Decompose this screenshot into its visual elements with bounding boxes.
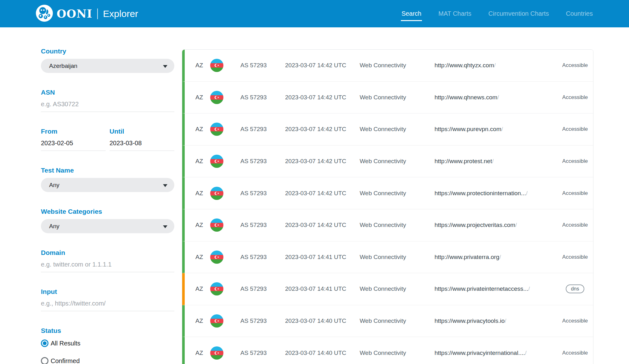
test-name: Web Connectivity bbox=[360, 222, 435, 229]
date-range-filter: From Until bbox=[41, 128, 174, 151]
measured-url: https://www.projectveritas.com/ bbox=[435, 222, 559, 229]
from-date-input[interactable] bbox=[41, 139, 106, 151]
azerbaijan-flag-icon bbox=[210, 123, 240, 136]
azerbaijan-flag-icon bbox=[210, 187, 240, 200]
status-option-confirmed[interactable]: Confirmed bbox=[41, 357, 174, 364]
test-name-filter: Test Name Any bbox=[41, 167, 174, 192]
measured-url: http://www.qhtyzx.com/ bbox=[435, 62, 559, 69]
status-accessible-label: Accessible bbox=[562, 126, 588, 132]
status-option-all-results[interactable]: All Results bbox=[41, 339, 174, 347]
asn-input[interactable] bbox=[41, 100, 174, 112]
measurement-row[interactable]: AZ AS 57293 2023-03-07 14:41 UTC Web Con… bbox=[182, 273, 593, 305]
azerbaijan-flag-icon bbox=[210, 91, 240, 104]
measurement-timestamp: 2023-03-07 14:40 UTC bbox=[285, 317, 360, 324]
status-option-label: Confirmed bbox=[51, 357, 80, 364]
measurement-timestamp: 2023-03-07 14:42 UTC bbox=[285, 94, 360, 101]
status-cell: Accessible bbox=[559, 318, 593, 324]
app-header: OONI Explorer Search MAT Charts Circumve… bbox=[0, 0, 629, 27]
measured-url: http://www.qhnews.com/ bbox=[435, 94, 559, 101]
asn-value: AS 57293 bbox=[240, 350, 285, 356]
website-categories-select[interactable]: Any bbox=[41, 219, 174, 233]
measurement-timestamp: 2023-03-07 14:41 UTC bbox=[285, 285, 360, 292]
status-label: Status bbox=[41, 327, 174, 334]
status-cell: Accessible bbox=[559, 254, 593, 260]
brand-name: OONI bbox=[57, 7, 92, 20]
azerbaijan-flag-icon bbox=[210, 314, 240, 328]
measurement-row[interactable]: AZ AS 57293 2023-03-07 14:41 UTC Web Con… bbox=[182, 241, 593, 273]
filter-sidebar: Country Azerbaijan ASN From Until Test N… bbox=[41, 27, 174, 364]
status-accessible-label: Accessible bbox=[562, 254, 588, 260]
azerbaijan-flag-icon bbox=[210, 218, 240, 232]
test-name: Web Connectivity bbox=[360, 350, 435, 356]
measurement-row[interactable]: AZ AS 57293 2023-03-07 14:40 UTC Web Con… bbox=[182, 305, 593, 337]
status-cell: dns bbox=[559, 284, 593, 293]
country-code: AZ bbox=[195, 62, 210, 69]
until-date-input[interactable] bbox=[110, 139, 174, 151]
domain-label: Domain bbox=[41, 249, 174, 256]
nav-item-countries[interactable]: Countries bbox=[565, 7, 593, 20]
azerbaijan-flag-icon bbox=[210, 251, 240, 264]
measurement-timestamp: 2023-03-07 14:42 UTC bbox=[285, 62, 360, 69]
azerbaijan-flag-icon bbox=[210, 346, 240, 360]
measurement-row[interactable]: AZ AS 57293 2023-03-07 14:42 UTC Web Con… bbox=[182, 113, 593, 146]
country-code: AZ bbox=[195, 317, 210, 324]
country-code: AZ bbox=[195, 126, 210, 133]
measured-url: https://www.privacytools.io/ bbox=[435, 317, 559, 324]
asn-label: ASN bbox=[41, 89, 174, 96]
measurement-row[interactable]: AZ AS 57293 2023-03-07 14:42 UTC Web Con… bbox=[182, 177, 593, 209]
status-filter: Status All Results Confirmed bbox=[41, 327, 174, 364]
status-accessible-label: Accessible bbox=[562, 190, 588, 196]
website-categories-label: Website Categories bbox=[41, 208, 174, 215]
country-code: AZ bbox=[195, 158, 210, 165]
status-option-label: All Results bbox=[51, 340, 80, 347]
status-accessible-label: Accessible bbox=[562, 350, 588, 356]
input-input[interactable] bbox=[41, 299, 174, 311]
status-accessible-label: Accessible bbox=[562, 222, 588, 228]
country-code: AZ bbox=[195, 190, 210, 197]
brand-divider bbox=[97, 8, 98, 19]
until-label: Until bbox=[110, 128, 174, 135]
azerbaijan-flag-icon bbox=[210, 155, 240, 168]
measurement-row[interactable]: AZ AS 57293 2023-03-07 14:42 UTC Web Con… bbox=[182, 209, 593, 241]
from-label: From bbox=[41, 128, 106, 135]
status-cell: Accessible bbox=[559, 350, 593, 356]
asn-value: AS 57293 bbox=[240, 254, 285, 261]
country-filter: Country Azerbaijan bbox=[41, 47, 174, 73]
radio-selected-icon[interactable] bbox=[41, 339, 48, 347]
from-date-field: From bbox=[41, 128, 106, 151]
until-date-field: Until bbox=[110, 128, 174, 151]
country-label: Country bbox=[41, 47, 174, 55]
test-name: Web Connectivity bbox=[360, 62, 435, 69]
country-select[interactable]: Azerbaijan bbox=[41, 59, 174, 73]
measurement-results-list: AZ AS 57293 2023-03-07 14:42 UTC Web Con… bbox=[182, 49, 593, 364]
measured-url: https://www.privateinternetaccess.../ bbox=[435, 285, 559, 292]
measurement-timestamp: 2023-03-07 14:41 UTC bbox=[285, 254, 360, 261]
chevron-down-icon bbox=[163, 65, 167, 68]
measurement-row[interactable]: AZ AS 57293 2023-03-07 14:42 UTC Web Con… bbox=[182, 50, 593, 82]
asn-value: AS 57293 bbox=[240, 62, 285, 69]
nav-item-search[interactable]: Search bbox=[401, 7, 422, 20]
country-code: AZ bbox=[195, 350, 210, 356]
measurement-timestamp: 2023-03-07 14:42 UTC bbox=[285, 190, 360, 197]
status-cell: Accessible bbox=[559, 94, 593, 101]
test-name: Web Connectivity bbox=[360, 94, 435, 101]
azerbaijan-flag-icon bbox=[210, 282, 240, 295]
status-accessible-label: Accessible bbox=[562, 94, 588, 101]
radio-unselected-icon[interactable] bbox=[41, 357, 48, 364]
nav-item-circumvention-charts[interactable]: Circumvention Charts bbox=[488, 7, 549, 20]
nav-item-mat-charts[interactable]: MAT Charts bbox=[438, 7, 472, 20]
test-name-select[interactable]: Any bbox=[41, 178, 174, 192]
status-cell: Accessible bbox=[559, 126, 593, 132]
domain-input[interactable] bbox=[41, 260, 174, 272]
test-name-label: Test Name bbox=[41, 167, 174, 174]
measured-url: https://www.privacyinternational..../ bbox=[435, 350, 559, 356]
domain-filter: Domain bbox=[41, 249, 174, 272]
measurement-timestamp: 2023-03-07 14:42 UTC bbox=[285, 126, 360, 133]
brand[interactable]: OONI Explorer bbox=[36, 5, 138, 23]
measurement-row[interactable]: AZ AS 57293 2023-03-07 14:42 UTC Web Con… bbox=[182, 146, 593, 178]
input-label: Input bbox=[41, 288, 174, 295]
country-code: AZ bbox=[195, 222, 210, 229]
measurement-row[interactable]: AZ AS 57293 2023-03-07 14:40 UTC Web Con… bbox=[182, 337, 593, 364]
measurement-row[interactable]: AZ AS 57293 2023-03-07 14:42 UTC Web Con… bbox=[182, 82, 593, 114]
status-cell: Accessible bbox=[559, 158, 593, 164]
